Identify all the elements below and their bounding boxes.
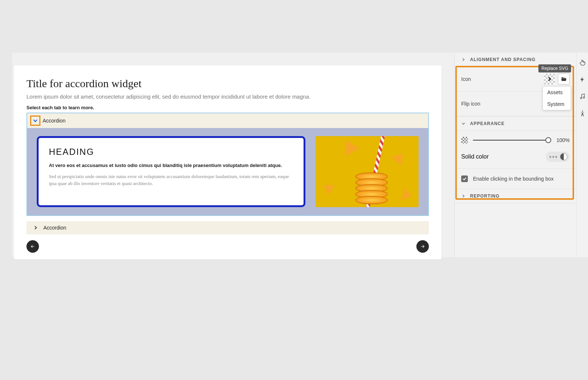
chevron-right-icon — [33, 225, 38, 230]
slider-thumb[interactable] — [545, 137, 551, 143]
opacity-value: 100% — [553, 137, 570, 143]
accordion-header-1[interactable]: Accordion — [27, 113, 428, 128]
chevron-down-icon — [461, 121, 466, 126]
lightning-icon[interactable] — [579, 76, 586, 83]
music-note-icon[interactable] — [579, 93, 586, 100]
chevron-right-icon — [547, 77, 552, 82]
accordion-body: HEADING At vero eos et accusamus et iust… — [27, 128, 428, 215]
right-rail — [576, 53, 588, 257]
section-reporting[interactable]: REPORTING — [455, 189, 576, 203]
solid-color-label: Solid color — [461, 153, 489, 160]
opacity-row: 100% — [455, 131, 576, 146]
accordion-label-2: Accordion — [43, 225, 66, 231]
canvas-area: Title for accordion widget Lorem ipsum d… — [12, 53, 454, 257]
dropdown-item-system[interactable]: System — [543, 98, 571, 110]
accordion-selected[interactable]: Accordion HEADING At vero eos et accusam… — [26, 113, 429, 216]
arrow-left-icon — [30, 244, 35, 249]
svg-point-2 — [580, 97, 582, 99]
enable-click-row[interactable]: Enable clicking in the bounding box — [455, 169, 576, 189]
svg-point-3 — [583, 97, 584, 98]
prev-button[interactable] — [26, 240, 39, 253]
helper-text: Select each tab to learn more. — [26, 105, 429, 110]
contrast-icon[interactable] — [560, 153, 567, 160]
preview-canvas: Title for accordion widget Lorem ipsum d… — [14, 65, 441, 259]
section-appearance[interactable]: APPEARANCE — [455, 116, 576, 131]
flip-icon-label: Flip icon — [461, 101, 480, 107]
icon-label: Icon — [461, 76, 471, 82]
color-mode-toggle[interactable] — [546, 152, 570, 162]
chevron-right-icon — [461, 57, 466, 62]
enable-click-checkbox[interactable] — [461, 175, 468, 182]
more-options-icon[interactable] — [548, 156, 559, 158]
section-reporting-label: REPORTING — [470, 193, 499, 199]
dropdown-item-assets[interactable]: Assets — [543, 86, 571, 98]
solid-color-row: Solid color — [455, 146, 576, 169]
replace-svg-tooltip: Replace SVG — [538, 64, 571, 72]
accordion-label-1: Accordion — [43, 118, 65, 124]
section-alignment-label: ALIGNMENT AND SPACING — [470, 57, 535, 62]
check-icon — [462, 177, 467, 181]
touch-icon[interactable] — [579, 59, 586, 66]
enable-click-label: Enable clicking in the bounding box — [473, 176, 554, 182]
icon-row: Icon Replace SVG Assets System — [455, 67, 576, 92]
properties-panel: ALIGNMENT AND SPACING Icon Replace SVG A… — [454, 53, 588, 257]
accordion-header-2[interactable]: Accordion — [26, 221, 429, 234]
opacity-slider[interactable] — [473, 140, 548, 141]
card-paragraph-1: At vero eos et accusamus et iusto odio c… — [49, 162, 293, 169]
opacity-icon — [461, 137, 468, 143]
content-card: HEADING At vero eos et accusamus et iust… — [37, 136, 305, 207]
widget-title: Title for accordion widget — [26, 77, 429, 90]
card-image — [316, 136, 419, 207]
svg-point-4 — [582, 111, 583, 112]
icon-preview-swatch[interactable] — [544, 74, 555, 85]
accessibility-icon[interactable] — [579, 110, 586, 117]
folder-open-icon — [560, 76, 567, 82]
widget-subtitle: Lorem ipsum dolor sit amet, consectetur … — [26, 93, 429, 100]
accordion-chevron-icon-selected[interactable] — [30, 116, 40, 126]
chevron-right-icon — [461, 194, 466, 198]
next-button[interactable] — [416, 240, 429, 253]
arrow-right-icon — [420, 244, 425, 249]
section-appearance-label: APPEARANCE — [470, 121, 505, 126]
card-paragraph-2: Sed ut perspiciatis unde omnis iste natu… — [49, 173, 293, 187]
card-heading: HEADING — [49, 147, 293, 157]
replace-svg-button[interactable] — [558, 74, 570, 85]
replace-svg-dropdown: Assets System — [542, 86, 571, 110]
